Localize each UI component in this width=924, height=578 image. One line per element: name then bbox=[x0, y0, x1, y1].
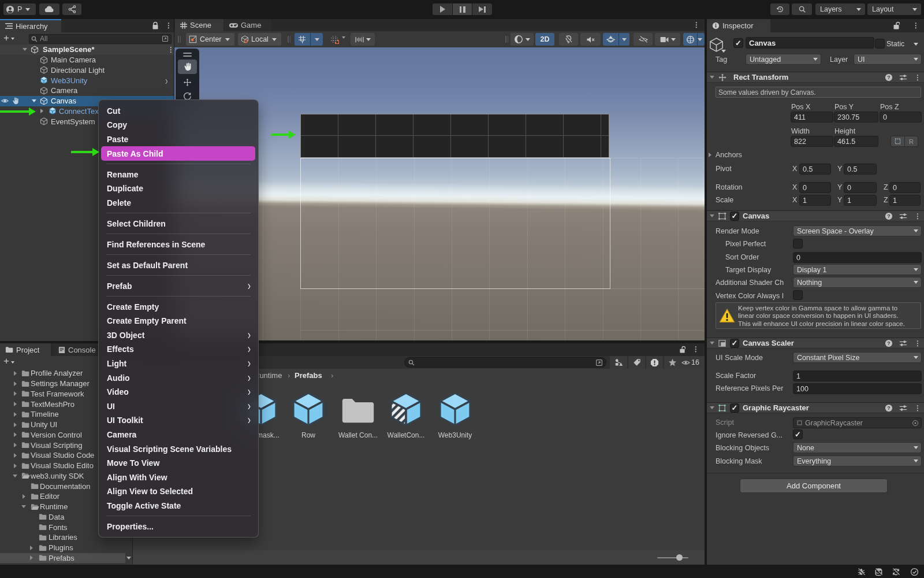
svg-text:?: ? bbox=[887, 405, 890, 411]
svg-text:?: ? bbox=[887, 75, 890, 80]
svg-text:?: ? bbox=[887, 213, 890, 219]
svg-text:?: ? bbox=[887, 340, 890, 346]
svg-text:Y: Y bbox=[301, 40, 304, 44]
